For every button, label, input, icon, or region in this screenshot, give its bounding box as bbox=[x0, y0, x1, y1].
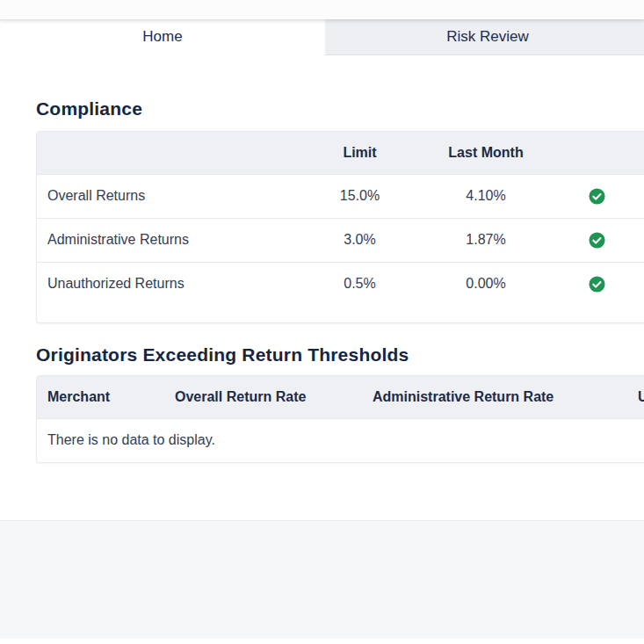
table-row: Administrative Returns 3.0% 1.87% bbox=[37, 218, 644, 262]
compliance-col-last-month: Last Month bbox=[437, 132, 535, 174]
status-cell bbox=[535, 218, 644, 262]
content-bottom-spacer bbox=[0, 463, 644, 520]
empty-state-message: There is no data to display. bbox=[37, 418, 644, 462]
originators-col-overall-rate: Overall Return Rate bbox=[164, 376, 362, 418]
tab-home[interactable]: Home bbox=[0, 19, 325, 55]
footer-area bbox=[0, 520, 644, 639]
originators-heading: Originators Exceeding Return Thresholds bbox=[36, 344, 644, 365]
compliance-table-card: Limit Last Month Overall Returns 15.0% 4… bbox=[36, 131, 644, 323]
compliance-col-limit: Limit bbox=[283, 132, 437, 174]
metric-last-month: 1.87% bbox=[437, 218, 535, 262]
tab-risk-review[interactable]: Risk Review bbox=[325, 19, 644, 55]
check-circle-icon bbox=[589, 188, 605, 205]
status-cell bbox=[535, 174, 644, 218]
originators-col-unauth-rate: Unauthorized Return Rate bbox=[627, 376, 644, 418]
metric-limit: 0.5% bbox=[283, 262, 437, 306]
check-circle-icon bbox=[589, 232, 605, 249]
tab-bar: Home Risk Review bbox=[0, 19, 644, 55]
top-bar bbox=[0, 0, 644, 19]
compliance-col-status bbox=[535, 132, 644, 174]
compliance-heading: Compliance bbox=[36, 98, 644, 119]
compliance-col-label bbox=[37, 132, 283, 174]
table-row: Overall Returns 15.0% 4.10% bbox=[37, 174, 644, 218]
originators-table-card: Merchant Overall Return Rate Administrat… bbox=[36, 375, 644, 463]
main-content: Compliance Limit Last Month Overall Retu… bbox=[0, 98, 644, 463]
originators-table: Merchant Overall Return Rate Administrat… bbox=[37, 376, 644, 462]
originators-header-row: Merchant Overall Return Rate Administrat… bbox=[37, 376, 644, 418]
metric-limit: 15.0% bbox=[283, 174, 437, 218]
check-circle-icon bbox=[589, 276, 605, 293]
metric-label: Overall Returns bbox=[37, 174, 283, 218]
originators-col-admin-rate: Administrative Return Rate bbox=[362, 376, 627, 418]
metric-last-month: 0.00% bbox=[437, 262, 535, 306]
metric-limit: 3.0% bbox=[283, 218, 437, 262]
empty-state-row: There is no data to display. bbox=[37, 418, 644, 462]
status-cell bbox=[535, 262, 644, 306]
metric-last-month: 4.10% bbox=[437, 174, 535, 218]
compliance-header-row: Limit Last Month bbox=[37, 132, 644, 174]
metric-label: Administrative Returns bbox=[37, 218, 283, 262]
compliance-table: Limit Last Month Overall Returns 15.0% 4… bbox=[37, 132, 644, 306]
originators-col-merchant: Merchant bbox=[37, 376, 164, 418]
metric-label: Unauthorized Returns bbox=[37, 262, 283, 306]
table-row: Unauthorized Returns 0.5% 0.00% bbox=[37, 262, 644, 306]
